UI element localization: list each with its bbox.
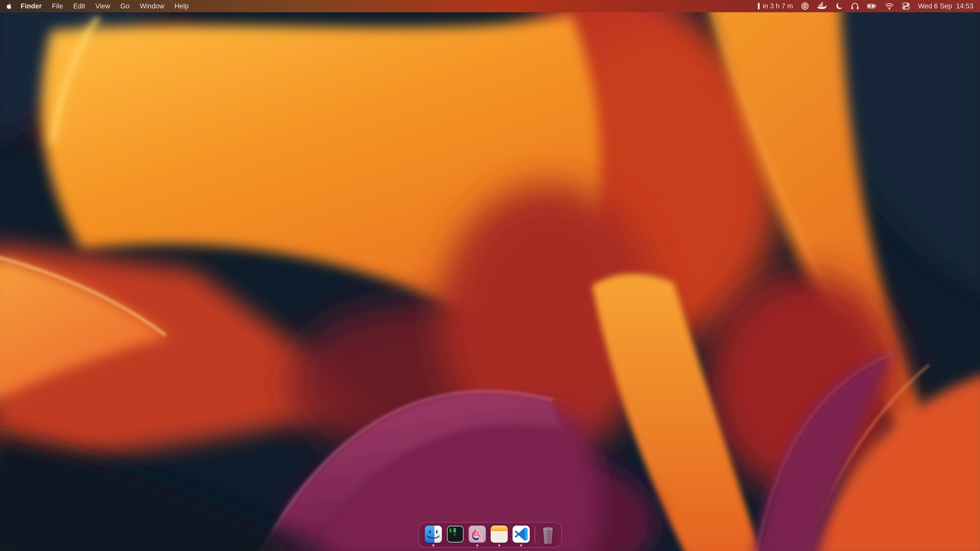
dock: $ <box>418 522 562 548</box>
dock-item-vscode[interactable] <box>512 525 530 546</box>
terminal-prompt-glyph: $ <box>449 527 452 533</box>
menu-edit[interactable]: Edit <box>73 2 85 10</box>
active-app-menu[interactable]: Finder <box>21 2 42 10</box>
focus-timer-label: in 3 h 7 m <box>763 2 793 10</box>
menu-view[interactable]: View <box>95 2 110 10</box>
dock-separator <box>535 526 535 543</box>
running-indicator-dot <box>520 545 522 546</box>
running-indicator-dot <box>432 545 434 546</box>
desktop-wallpaper <box>0 0 980 551</box>
menu-bar-clock[interactable]: Wed 6 Sep 14:53 <box>918 2 974 10</box>
menu-window[interactable]: Window <box>140 2 164 10</box>
headphones-icon[interactable] <box>851 2 859 11</box>
wifi-icon[interactable] <box>885 2 894 11</box>
moon-focus-icon[interactable] <box>835 2 843 10</box>
dock-item-finder[interactable] <box>425 525 442 546</box>
timer-pill-icon <box>757 2 760 11</box>
dock-item-arc[interactable] <box>468 525 486 546</box>
dock-item-terminal[interactable]: $ <box>446 525 464 546</box>
focus-timer-status[interactable]: in 3 h 7 m <box>757 2 793 11</box>
running-indicator-dot <box>498 545 500 546</box>
running-indicator-dot <box>476 545 478 546</box>
clock-time: 14:53 <box>956 2 974 10</box>
apple-menu-icon[interactable] <box>6 3 11 9</box>
menu-help[interactable]: Help <box>175 2 189 10</box>
menu-file[interactable]: File <box>52 2 63 10</box>
record-ring-icon[interactable] <box>800 2 809 11</box>
dock-item-trash[interactable] <box>540 525 556 545</box>
dock-item-notes[interactable] <box>490 525 508 546</box>
clock-date: Wed 6 Sep <box>918 2 952 10</box>
docker-icon[interactable] <box>817 2 827 11</box>
menu-go[interactable]: Go <box>121 2 130 10</box>
battery-charging-icon[interactable] <box>867 2 877 11</box>
menu-bar: Finder File Edit View Go Window Help in … <box>0 0 980 12</box>
control-center-icon[interactable] <box>902 2 910 11</box>
